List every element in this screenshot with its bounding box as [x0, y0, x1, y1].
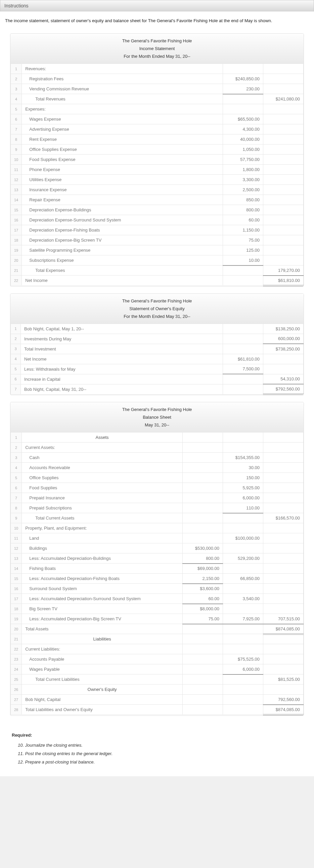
income-statement: The General's Favorite Fishing Hole Inco…: [10, 33, 304, 287]
intro-text: The income statement, statement of owner…: [0, 11, 314, 30]
row-label: Bob Night, Capital, May 31, 20--: [21, 384, 223, 394]
row-amount: $65,500.00: [223, 114, 263, 124]
row-amount: 7,925.00: [223, 614, 263, 624]
row-label: Less: Accumulated Depreciation-Fishing B…: [22, 574, 183, 584]
row-label: Wages Payable: [22, 664, 183, 675]
required-section: Required: 10. Journalize the closing ent…: [0, 722, 314, 776]
row-amount: 60.00: [223, 215, 263, 225]
row-label: Bob Night, Capital: [22, 694, 183, 705]
row-amount: $138,250.00: [263, 323, 304, 334]
row-label: Less: Withdrawals for May: [21, 364, 223, 374]
row-amount: 7,500.00: [223, 364, 263, 374]
row-label: Phone Expense: [22, 165, 223, 175]
row-label: Total Investment: [21, 344, 223, 354]
row-amount: 75.00: [183, 614, 223, 624]
required-item: 11. Post the closing entries to the gene…: [12, 749, 302, 758]
row-label: Utilities Expense: [22, 175, 223, 185]
row-label: Office Supplies Expense: [22, 145, 223, 155]
row-label: Advertising Expense: [22, 124, 223, 134]
row-label: Insurance Expense: [22, 185, 223, 195]
row-label: Buildings: [22, 544, 183, 554]
balance-header: The General's Favorite Fishing Hole Bala…: [10, 402, 304, 432]
row-amount: $792,560.00: [263, 384, 304, 394]
row-amount: 57,750.00: [223, 155, 263, 165]
row-label: Vending Commission Revenue: [22, 84, 223, 94]
row-amount: 1,050.00: [223, 145, 263, 155]
row-amount: 40,000.00: [223, 134, 263, 145]
statement-title: Statement of Owner's Equity: [10, 305, 304, 312]
row-label: Total Current Assets: [22, 513, 183, 523]
row-amount: 179,270.00: [263, 266, 304, 276]
row-label: Depreciation Expense-Surround Sound Syst…: [22, 215, 223, 225]
row-amount: $75,525.00: [223, 654, 263, 664]
required-item: 12. Prepare a post-closing trial balance…: [12, 758, 302, 766]
company-name: The General's Favorite Fishing Hole: [10, 37, 304, 45]
row-amount: 800.00: [183, 554, 223, 563]
row-label: Rent Expense: [22, 134, 223, 145]
row-label: Bob Night, Capital, May 1, 20--: [21, 323, 223, 334]
equity-statement: The General's Favorite Fishing Hole Stat…: [10, 293, 304, 396]
row-amount: 230.00: [223, 84, 263, 94]
instructions-header: Instructions: [0, 0, 314, 11]
row-amount: $738,250.00: [263, 344, 304, 354]
row-label: Increase in Capital: [21, 374, 223, 384]
row-label: Depreciation Expense-Buildings: [22, 205, 223, 215]
row-amount: 110.00: [223, 503, 263, 513]
row-amount: 10.00: [223, 255, 263, 266]
row-amount: $100,000.00: [223, 533, 263, 544]
row-amount: 1,150.00: [223, 225, 263, 235]
row-label: Land: [22, 533, 183, 544]
company-name: The General's Favorite Fishing Hole: [10, 406, 304, 413]
balance-table: 1Assets 2Current Assets: 3Cash$154,355.0…: [10, 432, 304, 715]
required-item: 10. Journalize the closing entries.: [12, 741, 302, 749]
company-name: The General's Favorite Fishing Hole: [10, 297, 304, 305]
row-amount: 2,500.00: [223, 185, 263, 195]
row-amount: $3,600.00: [183, 584, 223, 594]
row-amount: 600,000.00: [263, 334, 304, 344]
required-title: Required:: [12, 733, 302, 738]
statement-period: For the Month Ended May 31, 20--: [10, 312, 304, 320]
row-amount: 6,000.00: [223, 664, 263, 675]
section-head: Liabilities: [22, 634, 183, 644]
row-label: Big Screen TV: [22, 604, 183, 614]
row-label: Less: Accumulated Depreciation-Buildings: [22, 554, 183, 563]
row-amount: $241,080.00: [263, 94, 304, 104]
row-amount: $61,810.00: [263, 276, 304, 286]
row-label: Fishing Boats: [22, 563, 183, 574]
statement-period: For the Month Ended May 31, 20--: [10, 53, 304, 60]
row-amount: $8,000.00: [183, 604, 223, 614]
row-amount: 150.00: [223, 473, 263, 483]
row-label: Less: Accumulated Depreciation-Big Scree…: [22, 614, 183, 624]
row-amount: 4,300.00: [223, 124, 263, 134]
row-amount: 75.00: [223, 235, 263, 245]
row-amount: $154,355.00: [223, 453, 263, 463]
section-head: Assets: [22, 433, 183, 442]
row-label: Food Supplies: [22, 483, 183, 493]
row-amount: 2,150.00: [183, 574, 223, 584]
row-amount: 3,540.00: [223, 594, 263, 604]
row-label: Surround Sound System: [22, 584, 183, 594]
row-label: Office Supplies: [22, 473, 183, 483]
row-amount: 60.00: [183, 594, 223, 604]
row-amount: 30.00: [223, 463, 263, 473]
row-label: Prepaid Insurance: [22, 493, 183, 503]
row-label: Investments During May: [21, 334, 223, 344]
row-label: Subscriptions Expense: [22, 255, 223, 266]
equity-table: 1Bob Night, Capital, May 1, 20--$138,250…: [10, 323, 304, 395]
row-label: Wages Expense: [22, 114, 223, 124]
row-label: Total Current Liabilities: [22, 675, 183, 684]
row-label: Depreciation Expense-Fishing Boats: [22, 225, 223, 235]
row-amount: 125.00: [223, 245, 263, 255]
statement-period: May 31, 20--: [10, 421, 304, 429]
row-amount: 850.00: [223, 195, 263, 205]
income-table: 1Revenues: 2Registration Fees$240,850.00…: [10, 63, 304, 286]
row-amount: $81,525.00: [263, 675, 304, 684]
row-label: Satellite Programming Expense: [22, 245, 223, 255]
row-label: Repair Expense: [22, 195, 223, 205]
row-amount: 1,800.00: [223, 165, 263, 175]
row-label: Current Liabilities:: [22, 644, 183, 654]
row-amount: 800.00: [223, 205, 263, 215]
row-amount: 3,300.00: [223, 175, 263, 185]
row-amount: $874,085.00: [263, 705, 304, 715]
row-label: Total Revenues: [22, 94, 223, 104]
